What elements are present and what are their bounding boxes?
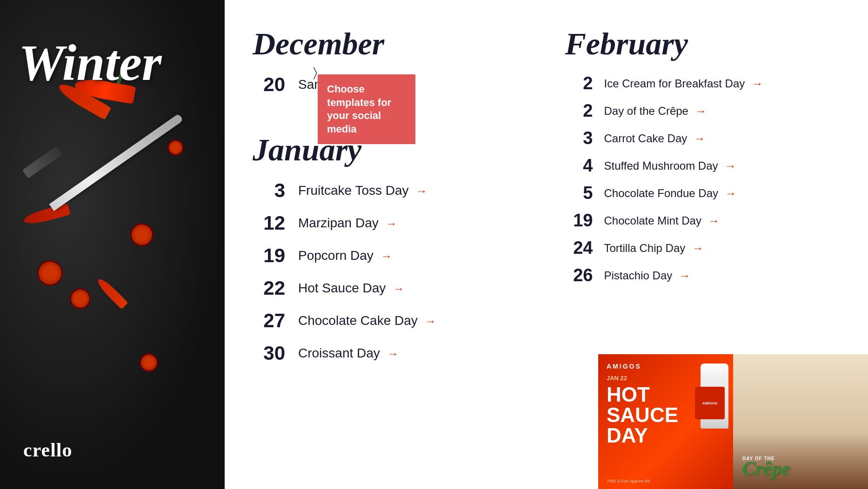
february-event-list: 2 Ice Cream for Breakfast Day → 2 Day of… xyxy=(565,73,841,285)
event-name-tortilla: Tortilla Chip Day → xyxy=(604,242,703,255)
list-item: 30 Croissant Day → xyxy=(253,342,528,364)
event-day-jan-19: 19 xyxy=(253,244,285,267)
event-day-feb-24: 24 xyxy=(565,238,593,258)
january-event-list: 3 Fruitcake Toss Day → 12 Marzipan Day → xyxy=(253,179,528,364)
event-name-carrotcake: Carrot Cake Day → xyxy=(604,132,705,145)
event-day-dec-20: 20 xyxy=(253,73,285,96)
event-day-feb-26: 26 xyxy=(565,265,593,285)
event-name-chocmint: Chocolate Mint Day → xyxy=(604,214,720,227)
list-item: 22 Hot Sauce Day → xyxy=(253,277,528,299)
arrow-icon-jan-19[interactable]: → xyxy=(381,250,392,263)
list-item: 12 Marzipan Day → xyxy=(253,212,528,234)
hot-sauce-preview-card[interactable]: AMIGOS JAN 22 HOT SAUCE DAY 7055 S Fort … xyxy=(598,354,733,489)
chili-slice-3 xyxy=(140,353,158,372)
hs-address: 7055 S Fort Apache Rd xyxy=(607,479,650,483)
list-item: 3 Carrot Cake Day → xyxy=(565,128,841,148)
event-name-fondue: Chocolate Fondue Day → xyxy=(604,187,736,200)
arrow-icon-jan-22[interactable]: → xyxy=(393,282,404,295)
event-name-marzipan: Marzipan Day → xyxy=(298,216,397,231)
list-item: 26 Pistachio Day → xyxy=(565,265,841,285)
event-name-popcorn: Popcorn Day → xyxy=(298,248,392,263)
event-name-croissant: Croissant Day → xyxy=(298,346,399,361)
event-day-feb-4: 4 xyxy=(565,156,593,176)
chili-slice-1 xyxy=(37,260,63,286)
event-name-hotsauce: Hot Sauce Day → xyxy=(298,281,404,296)
arrow-icon-jan-12[interactable]: → xyxy=(386,217,397,230)
december-section: December 20 Sangria Day → Choose templat… xyxy=(253,28,528,106)
event-day-feb-5: 5 xyxy=(565,183,593,203)
event-day-jan-22: 22 xyxy=(253,277,285,299)
chili-slice-4 xyxy=(130,223,154,246)
arrow-icon-feb-4[interactable]: → xyxy=(725,159,736,172)
left-panel: Winter crello xyxy=(0,0,225,489)
list-item: 2 Day of the Crêpe → xyxy=(565,101,841,121)
event-name-mushroom: Stuffed Mushroom Day → xyxy=(604,159,736,172)
list-item: 4 Stuffed Mushroom Day → xyxy=(565,156,841,176)
event-day-jan-30: 30 xyxy=(253,342,285,364)
right-panel: December 20 Sangria Day → Choose templat… xyxy=(225,0,868,489)
list-item: 19 Popcorn Day → xyxy=(253,244,528,267)
preview-images: AMIGOS JAN 22 HOT SAUCE DAY 7055 S Fort … xyxy=(598,354,868,489)
list-item: 24 Tortilla Chip Day → xyxy=(565,238,841,258)
event-day-feb-2a: 2 xyxy=(565,73,593,93)
arrow-icon-feb-19[interactable]: → xyxy=(708,214,720,227)
december-heading: December xyxy=(253,28,528,59)
hs-bottle-shape: AMIGOS xyxy=(701,363,728,429)
event-name-fruitcake: Fruitcake Toss Day → xyxy=(298,183,427,198)
arrow-icon-feb-26[interactable]: → xyxy=(679,269,690,282)
event-name-crepe: Day of the Crêpe → xyxy=(604,105,707,118)
list-item: 3 Fruitcake Toss Day → xyxy=(253,179,528,202)
knife-handle xyxy=(22,146,62,178)
list-item: 2 Ice Cream for Breakfast Day → xyxy=(565,73,841,93)
event-name-icecream: Ice Cream for Breakfast Day → xyxy=(604,77,763,90)
crepe-preview-card[interactable]: DAY OF THE Crêpe xyxy=(733,354,868,489)
list-item: 5 Chocolate Fondue Day → xyxy=(565,183,841,203)
chili-slice-2 xyxy=(70,288,91,309)
january-section: January 3 Fruitcake Toss Day → 12 Marzip… xyxy=(253,134,528,375)
hs-bottle-label: AMIGOS xyxy=(695,387,725,419)
event-day-jan-27: 27 xyxy=(253,310,285,332)
crepe-title: Crêpe xyxy=(742,457,790,480)
cursor-pointer: 〉 xyxy=(313,65,317,80)
chili-slice-5 xyxy=(167,139,184,156)
event-day-jan-3: 3 xyxy=(253,179,285,202)
arrow-icon-feb-2a[interactable]: → xyxy=(752,77,763,90)
crello-logo: crello xyxy=(23,439,73,461)
chili-deco-3 xyxy=(95,277,128,310)
arrow-icon-jan-27[interactable]: → xyxy=(425,315,436,328)
event-day-feb-3: 3 xyxy=(565,128,593,148)
event-name-choccake: Chocolate Cake Day → xyxy=(298,313,436,328)
list-item: 27 Chocolate Cake Day → xyxy=(253,310,528,332)
event-day-feb-2b: 2 xyxy=(565,101,593,121)
event-day-jan-12: 12 xyxy=(253,212,285,234)
arrow-icon-jan-3[interactable]: → xyxy=(416,185,427,198)
list-item: 19 Chocolate Mint Day → xyxy=(565,211,841,231)
tooltip-social-media: Choose templates for your social media xyxy=(318,74,415,144)
arrow-icon-feb-2b[interactable]: → xyxy=(695,105,707,118)
arrow-icon-feb-5[interactable]: → xyxy=(725,187,736,200)
left-column: December 20 Sangria Day → Choose templat… xyxy=(253,23,528,475)
winter-title: Winter xyxy=(19,37,162,88)
event-name-pistachio: Pistachio Day → xyxy=(604,269,690,282)
arrow-icon-jan-30[interactable]: → xyxy=(387,347,399,360)
arrow-icon-feb-24[interactable]: → xyxy=(692,242,703,255)
knife-blade xyxy=(49,113,184,211)
chili-deco-2 xyxy=(22,203,70,226)
february-heading: February xyxy=(565,28,841,59)
february-section: February 2 Ice Cream for Breakfast Day →… xyxy=(565,28,841,293)
event-day-feb-19: 19 xyxy=(565,211,593,231)
arrow-icon-feb-3[interactable]: → xyxy=(694,132,705,145)
